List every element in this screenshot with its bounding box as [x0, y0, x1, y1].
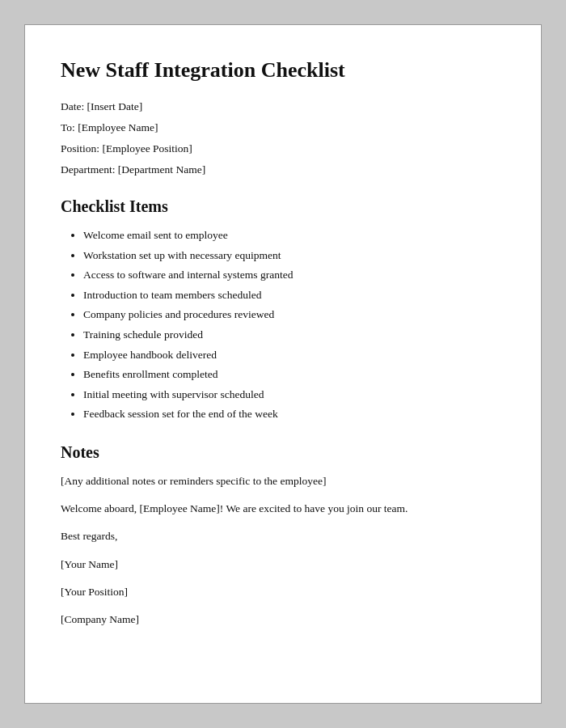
notes-para-1: Welcome aboard, [Employee Name]! We are … — [61, 501, 505, 517]
meta-to: To: [Employee Name] — [61, 121, 505, 134]
list-item: Introduction to team members scheduled — [83, 287, 505, 303]
meta-position: Position: [Employee Position] — [61, 142, 505, 155]
list-item: Training schedule provided — [83, 327, 505, 343]
notes-para-0: [Any additional notes or reminders speci… — [61, 473, 505, 489]
list-item: Welcome email sent to employee — [83, 227, 505, 243]
meta-date: Date: [Insert Date] — [61, 100, 505, 113]
list-item: Benefits enrollment completed — [83, 366, 505, 383]
list-item: Feedback session set for the end of the … — [83, 406, 505, 422]
document-title: New Staff Integration Checklist — [61, 57, 505, 83]
document-container: New Staff Integration Checklist Date: [I… — [24, 24, 542, 704]
list-item: Workstation set up with necessary equipm… — [83, 248, 505, 264]
notes-heading: Notes — [61, 443, 505, 462]
checklist-heading: Checklist Items — [61, 197, 505, 216]
notes-para-5: [Company Name] — [61, 612, 505, 628]
notes-section: Notes [Any additional notes or reminders… — [61, 443, 505, 629]
notes-para-3: [Your Name] — [61, 557, 505, 573]
notes-para-2: Best regards, — [61, 528, 505, 544]
list-item: Access to software and internal systems … — [83, 267, 505, 283]
notes-para-4: [Your Position] — [61, 584, 505, 600]
list-item: Employee handbook delivered — [83, 347, 505, 363]
list-item: Initial meeting with supervisor schedule… — [83, 387, 505, 403]
list-item: Company policies and procedures reviewed — [83, 307, 505, 323]
meta-department: Department: [Department Name] — [61, 163, 505, 176]
checklist-list: Welcome email sent to employee Workstati… — [83, 227, 505, 422]
